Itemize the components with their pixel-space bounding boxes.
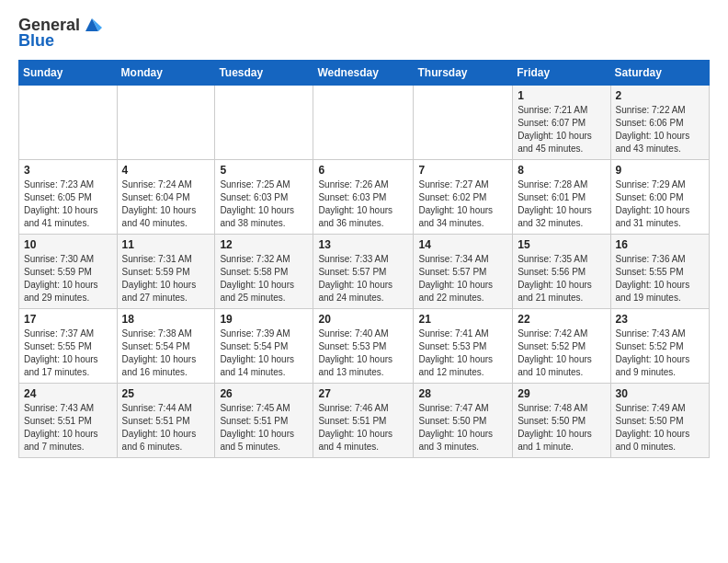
day-number: 25 <box>122 387 210 400</box>
day-number: 6 <box>318 164 408 177</box>
day-info: Sunrise: 7:35 AM Sunset: 5:56 PM Dayligh… <box>518 253 605 304</box>
week-row-3: 17Sunrise: 7:37 AM Sunset: 5:55 PM Dayli… <box>19 309 710 384</box>
day-number: 12 <box>220 238 308 251</box>
calendar-cell: 25Sunrise: 7:44 AM Sunset: 5:51 PM Dayli… <box>117 384 215 458</box>
day-info: Sunrise: 7:40 AM Sunset: 5:53 PM Dayligh… <box>318 327 408 379</box>
day-info: Sunrise: 7:48 AM Sunset: 5:50 PM Dayligh… <box>518 402 605 454</box>
day-info: Sunrise: 7:26 AM Sunset: 6:03 PM Dayligh… <box>318 178 408 230</box>
calendar-cell: 5Sunrise: 7:25 AM Sunset: 6:03 PM Daylig… <box>215 160 313 235</box>
day-number: 22 <box>518 313 605 326</box>
calendar-cell: 24Sunrise: 7:43 AM Sunset: 5:51 PM Dayli… <box>19 384 118 458</box>
header: General Blue <box>18 15 710 51</box>
week-row-1: 3Sunrise: 7:23 AM Sunset: 6:05 PM Daylig… <box>19 160 710 235</box>
day-info: Sunrise: 7:24 AM Sunset: 6:04 PM Dayligh… <box>122 178 210 230</box>
day-info: Sunrise: 7:34 AM Sunset: 5:57 PM Dayligh… <box>418 253 507 304</box>
calendar-cell: 10Sunrise: 7:30 AM Sunset: 5:59 PM Dayli… <box>19 235 118 309</box>
day-header-monday: Monday <box>117 61 215 86</box>
calendar-cell: 20Sunrise: 7:40 AM Sunset: 5:53 PM Dayli… <box>313 309 414 384</box>
calendar-cell: 14Sunrise: 7:34 AM Sunset: 5:57 PM Dayli… <box>414 235 513 309</box>
calendar-cell <box>215 86 313 160</box>
calendar-cell: 8Sunrise: 7:28 AM Sunset: 6:01 PM Daylig… <box>513 160 610 235</box>
week-row-2: 10Sunrise: 7:30 AM Sunset: 5:59 PM Dayli… <box>19 235 710 309</box>
day-info: Sunrise: 7:28 AM Sunset: 6:01 PM Dayligh… <box>518 178 605 230</box>
day-number: 17 <box>24 313 112 326</box>
day-header-sunday: Sunday <box>19 61 118 86</box>
calendar-cell: 18Sunrise: 7:38 AM Sunset: 5:54 PM Dayli… <box>117 309 215 384</box>
day-number: 8 <box>518 164 605 177</box>
day-info: Sunrise: 7:33 AM Sunset: 5:57 PM Dayligh… <box>318 253 408 304</box>
day-info: Sunrise: 7:46 AM Sunset: 5:51 PM Dayligh… <box>318 402 408 454</box>
day-number: 29 <box>518 387 605 400</box>
day-info: Sunrise: 7:37 AM Sunset: 5:55 PM Dayligh… <box>24 327 112 379</box>
day-number: 18 <box>122 313 210 326</box>
day-header-thursday: Thursday <box>414 61 513 86</box>
day-info: Sunrise: 7:22 AM Sunset: 6:06 PM Dayligh… <box>616 104 704 155</box>
day-info: Sunrise: 7:27 AM Sunset: 6:02 PM Dayligh… <box>418 178 507 230</box>
calendar-cell <box>117 86 215 160</box>
calendar-cell: 7Sunrise: 7:27 AM Sunset: 6:02 PM Daylig… <box>414 160 513 235</box>
day-info: Sunrise: 7:23 AM Sunset: 6:05 PM Dayligh… <box>24 178 112 230</box>
calendar-cell: 27Sunrise: 7:46 AM Sunset: 5:51 PM Dayli… <box>313 384 414 458</box>
calendar-cell: 13Sunrise: 7:33 AM Sunset: 5:57 PM Dayli… <box>313 235 414 309</box>
page-container: General Blue SundayMondayTuesdayWednesda… <box>0 0 728 467</box>
day-number: 1 <box>518 89 605 102</box>
calendar-cell: 12Sunrise: 7:32 AM Sunset: 5:58 PM Dayli… <box>215 235 313 309</box>
day-number: 20 <box>318 313 408 326</box>
calendar-cell: 19Sunrise: 7:39 AM Sunset: 5:54 PM Dayli… <box>215 309 313 384</box>
calendar-cell <box>313 86 414 160</box>
day-info: Sunrise: 7:32 AM Sunset: 5:58 PM Dayligh… <box>220 253 308 304</box>
calendar-cell: 22Sunrise: 7:42 AM Sunset: 5:52 PM Dayli… <box>513 309 610 384</box>
calendar-cell: 15Sunrise: 7:35 AM Sunset: 5:56 PM Dayli… <box>513 235 610 309</box>
day-number: 9 <box>616 164 704 177</box>
day-number: 28 <box>418 387 507 400</box>
week-row-0: 1Sunrise: 7:21 AM Sunset: 6:07 PM Daylig… <box>19 86 710 160</box>
day-number: 27 <box>318 387 408 400</box>
day-number: 30 <box>616 387 704 400</box>
day-info: Sunrise: 7:43 AM Sunset: 5:51 PM Dayligh… <box>24 402 112 454</box>
week-row-4: 24Sunrise: 7:43 AM Sunset: 5:51 PM Dayli… <box>19 384 710 458</box>
day-number: 10 <box>24 238 112 251</box>
day-info: Sunrise: 7:43 AM Sunset: 5:52 PM Dayligh… <box>616 327 704 379</box>
day-info: Sunrise: 7:49 AM Sunset: 5:50 PM Dayligh… <box>616 402 704 454</box>
day-info: Sunrise: 7:30 AM Sunset: 5:59 PM Dayligh… <box>24 253 112 304</box>
day-number: 4 <box>122 164 210 177</box>
calendar-cell: 21Sunrise: 7:41 AM Sunset: 5:53 PM Dayli… <box>414 309 513 384</box>
calendar-cell <box>414 86 513 160</box>
day-info: Sunrise: 7:21 AM Sunset: 6:07 PM Dayligh… <box>518 104 605 155</box>
day-number: 14 <box>418 238 507 251</box>
day-info: Sunrise: 7:39 AM Sunset: 5:54 PM Dayligh… <box>220 327 308 379</box>
day-info: Sunrise: 7:36 AM Sunset: 5:55 PM Dayligh… <box>616 253 704 304</box>
day-info: Sunrise: 7:45 AM Sunset: 5:51 PM Dayligh… <box>220 402 308 454</box>
day-info: Sunrise: 7:44 AM Sunset: 5:51 PM Dayligh… <box>122 402 210 454</box>
calendar-cell: 2Sunrise: 7:22 AM Sunset: 6:06 PM Daylig… <box>610 86 709 160</box>
day-number: 24 <box>24 387 112 400</box>
day-info: Sunrise: 7:38 AM Sunset: 5:54 PM Dayligh… <box>122 327 210 379</box>
calendar-cell: 9Sunrise: 7:29 AM Sunset: 6:00 PM Daylig… <box>610 160 709 235</box>
calendar-cell: 4Sunrise: 7:24 AM Sunset: 6:04 PM Daylig… <box>117 160 215 235</box>
day-number: 16 <box>616 238 704 251</box>
day-header-wednesday: Wednesday <box>313 61 414 86</box>
day-number: 3 <box>24 164 112 177</box>
calendar-cell: 1Sunrise: 7:21 AM Sunset: 6:07 PM Daylig… <box>513 86 610 160</box>
day-number: 2 <box>616 89 704 102</box>
day-header-friday: Friday <box>513 61 610 86</box>
day-number: 15 <box>518 238 605 251</box>
days-header-row: SundayMondayTuesdayWednesdayThursdayFrid… <box>19 61 710 86</box>
calendar-cell: 29Sunrise: 7:48 AM Sunset: 5:50 PM Dayli… <box>513 384 610 458</box>
day-info: Sunrise: 7:41 AM Sunset: 5:53 PM Dayligh… <box>418 327 507 379</box>
day-number: 5 <box>220 164 308 177</box>
day-header-saturday: Saturday <box>610 61 709 86</box>
day-number: 21 <box>418 313 507 326</box>
calendar-cell: 3Sunrise: 7:23 AM Sunset: 6:05 PM Daylig… <box>19 160 118 235</box>
calendar-cell: 26Sunrise: 7:45 AM Sunset: 5:51 PM Dayli… <box>215 384 313 458</box>
day-number: 26 <box>220 387 308 400</box>
day-number: 19 <box>220 313 308 326</box>
day-number: 23 <box>616 313 704 326</box>
calendar-cell: 17Sunrise: 7:37 AM Sunset: 5:55 PM Dayli… <box>19 309 118 384</box>
calendar-cell: 30Sunrise: 7:49 AM Sunset: 5:50 PM Dayli… <box>610 384 709 458</box>
calendar-cell: 16Sunrise: 7:36 AM Sunset: 5:55 PM Dayli… <box>610 235 709 309</box>
day-info: Sunrise: 7:47 AM Sunset: 5:50 PM Dayligh… <box>418 402 507 454</box>
day-info: Sunrise: 7:29 AM Sunset: 6:00 PM Dayligh… <box>616 178 704 230</box>
day-header-tuesday: Tuesday <box>215 61 313 86</box>
logo: General Blue <box>18 15 102 51</box>
